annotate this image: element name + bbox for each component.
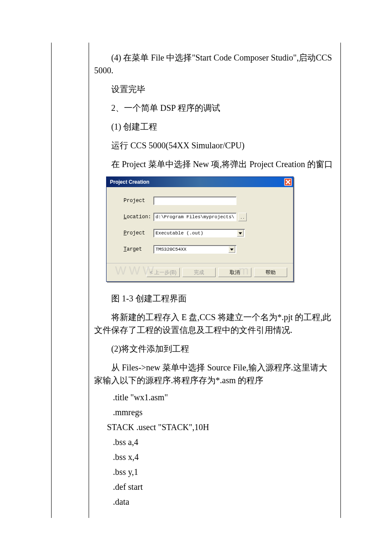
content-area: (4) 在菜单 File 中选择"Start Code Composer Stu… [89, 51, 340, 507]
select-value: Executable (.out) [156, 231, 203, 236]
field-location: Location: d:\Program Files\myprojects\ .… [124, 213, 284, 221]
code-line: .bss a,4 [94, 437, 335, 447]
watermark: WWW m [115, 264, 251, 278]
paragraph: (1) 创建工程 [94, 120, 335, 133]
input-location[interactable]: d:\Program Files\myprojects\ [153, 213, 236, 221]
close-icon [285, 179, 291, 185]
label-location: Location: [124, 214, 153, 220]
field-project-type: Project Executable (.out) [124, 229, 284, 237]
code-line: .mmregs [94, 408, 335, 417]
document-cell: (4) 在菜单 File 中选择"Start Code Composer Stu… [51, 43, 341, 518]
field-target: Target TMS320C54XX [124, 245, 284, 254]
dialog-title: Project Creation [110, 179, 150, 185]
paragraph: 2、一个简单 DSP 程序的调试 [94, 101, 335, 114]
text: (4) 在菜单 File 中选择"Start Code Composer Stu… [94, 53, 332, 75]
browse-button[interactable]: .. [238, 213, 247, 221]
select-value: TMS320C54XX [156, 247, 187, 252]
code-line: .title "wx1.asm" [94, 393, 335, 402]
select-target[interactable]: TMS320C54XX [153, 245, 236, 254]
input-project-name[interactable] [153, 197, 236, 205]
project-creation-dialog: Project Creation Project Location: d:\Pr… [106, 176, 294, 282]
paragraph: (2)将文件添加到工程 [94, 342, 335, 355]
figure-caption: 图 1-3 创建工程界面 [94, 292, 335, 305]
dialog-body: Project Location: d:\Program Files\mypro… [107, 187, 293, 263]
paragraph: (4) 在菜单 File 中选择"Start Code Composer Stu… [94, 51, 335, 77]
help-button[interactable]: 帮助 [254, 268, 287, 277]
chevron-down-icon [228, 246, 235, 253]
paragraph: 运行 CCS 5000(54XX Simulaor/CPU) [94, 139, 335, 152]
label-target: Target [124, 246, 153, 252]
label-project-type: Project [124, 230, 153, 236]
table-left-cell [52, 43, 89, 518]
paragraph: 在 Project 菜单中选择 New 项,将弹出 Project Creati… [94, 158, 335, 171]
text: 将新建的工程存入 E 盘,CCS 将建立一个名为*.pjt 的工程,此文件保存了… [94, 312, 331, 335]
code-line: .bss x,4 [94, 452, 335, 462]
titlebar: Project Creation [107, 177, 293, 187]
code-line: .data [94, 497, 335, 507]
close-button[interactable] [284, 178, 292, 186]
label-project: Project [124, 198, 153, 204]
code-line: STACK .usect "STACK",10H [94, 422, 335, 432]
paragraph: 将新建的工程存入 E 盘,CCS 将建立一个名为*.pjt 的工程,此文件保存了… [94, 311, 335, 336]
code-line: .def start [94, 482, 335, 492]
select-project-type[interactable]: Executable (.out) [153, 229, 245, 237]
chevron-down-icon [237, 230, 244, 237]
paragraph: 设置完毕 [94, 83, 335, 95]
text: 在 Project 菜单中选择 New 项,将弹出 Project Creati… [111, 159, 333, 169]
field-project-name: Project [124, 197, 284, 205]
paragraph: 从 Files->new 菜单中选择 Source File,输入源程序.这里请… [94, 361, 335, 387]
text: 从 Files->new 菜单中选择 Source File,输入源程序.这里请… [94, 363, 327, 385]
code-line: .bss y,1 [94, 467, 335, 477]
